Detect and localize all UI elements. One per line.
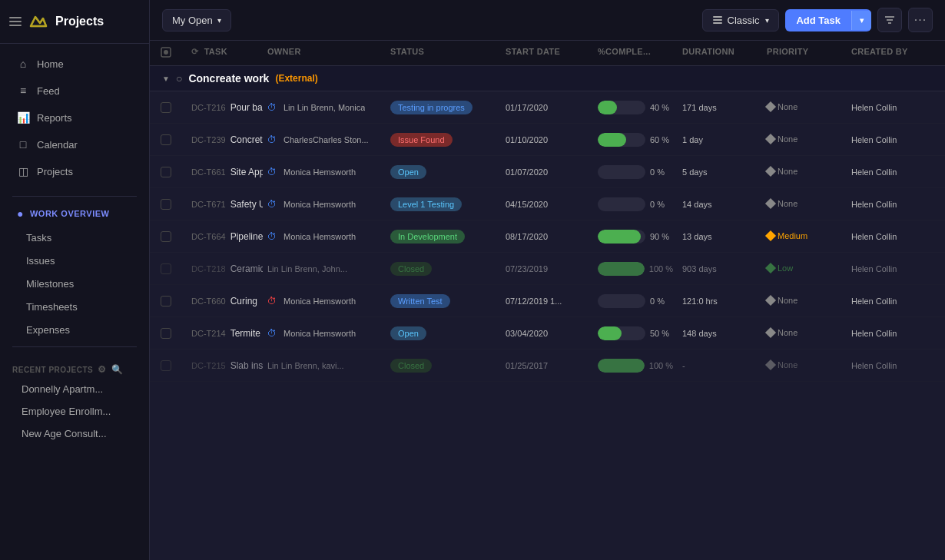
complete-cell: 90 % bbox=[593, 225, 678, 248]
sidebar-item-reports[interactable]: 📊 Reports bbox=[5, 104, 144, 131]
recent-project-newage[interactable]: New Age Consult... bbox=[0, 422, 149, 445]
sidebar-item-calendar[interactable]: □ Calendar bbox=[5, 131, 144, 157]
main-content: My Open ▾ Classic ▾ Add Task ▾ bbox=[150, 0, 945, 560]
task-id: DC-T214 bbox=[191, 329, 226, 338]
table-row[interactable]: DC-T216 Pour basement slabpour bas... ⏱ … bbox=[150, 91, 945, 124]
group-name: Concreate work bbox=[188, 72, 269, 84]
row-checkbox[interactable] bbox=[156, 259, 187, 279]
col-header-status: STATUS bbox=[386, 41, 501, 65]
clock-icon: ⏱ bbox=[267, 102, 277, 113]
status-cell: Open bbox=[386, 322, 501, 345]
feed-icon: ≡ bbox=[17, 84, 29, 97]
task-name: Curing bbox=[230, 296, 257, 307]
task-id: DC-T661 bbox=[191, 167, 226, 177]
created-by-cell: Helen Collin bbox=[847, 131, 939, 149]
progress-fill bbox=[598, 133, 626, 147]
table-row[interactable]: DC-T214 Termite treatment ⏱ Monica Hemsw… bbox=[150, 317, 945, 350]
add-task-button[interactable]: Add Task ▾ bbox=[785, 9, 871, 31]
home-icon: ⌂ bbox=[17, 58, 29, 70]
row-checkbox[interactable] bbox=[156, 356, 187, 376]
row-checkbox[interactable] bbox=[156, 98, 187, 118]
status-cell: Issue Found bbox=[386, 128, 501, 151]
sidebar-item-projects[interactable]: ◫ Projects bbox=[5, 158, 144, 184]
work-overview-items: Tasks Issues Milestones Timesheets Expen… bbox=[0, 226, 149, 342]
progress-fill bbox=[598, 326, 622, 340]
table-row[interactable]: DC-T218 Ceramic Tile Check Lin Lin Brenn… bbox=[150, 253, 945, 285]
created-by-cell: Helen Collin bbox=[847, 292, 939, 310]
classic-view-button[interactable]: Classic ▾ bbox=[702, 9, 780, 31]
owner-cell: ⏱ Lin Lin Brenn, Monica bbox=[263, 98, 386, 118]
clock-icon: ⏱ bbox=[267, 199, 277, 210]
created-by-cell: Helen Collin bbox=[847, 227, 939, 246]
table-row[interactable]: DC-T660 Curing ⏱ Monica Hemsworth Writte… bbox=[150, 285, 945, 317]
add-task-dropdown-icon[interactable]: ▾ bbox=[851, 11, 871, 30]
table-row[interactable]: DC-T671 Safety Unit Check ⏱ Monica Hemsw… bbox=[150, 188, 945, 220]
sidebar-item-home[interactable]: ⌂ Home bbox=[5, 51, 144, 77]
status-cell: Open bbox=[386, 161, 501, 184]
complete-cell: 40 % bbox=[593, 96, 678, 119]
sidebar-item-timesheets[interactable]: Timesheets bbox=[5, 296, 144, 318]
sidebar-item-feed[interactable]: ≡ Feed bbox=[5, 78, 144, 104]
recent-project-donnelly[interactable]: Donnelly Apartm... bbox=[0, 378, 149, 400]
hamburger-icon[interactable] bbox=[9, 17, 22, 26]
sidebar-item-reports-label: Reports bbox=[37, 112, 72, 124]
milestones-label: Milestones bbox=[26, 278, 74, 290]
row-checkbox[interactable] bbox=[156, 227, 187, 247]
section-divider-2 bbox=[12, 346, 137, 347]
task-name: Pour basement slabpour bas... bbox=[230, 102, 263, 113]
filter-button[interactable] bbox=[877, 8, 902, 32]
sidebar-item-tasks[interactable]: Tasks bbox=[5, 227, 144, 249]
work-overview-header[interactable]: ● WORK OVERVIEW bbox=[5, 202, 144, 225]
complete-cell: 0 % bbox=[593, 193, 678, 216]
table-row[interactable]: DC-T664 Pipelines layout ⧉ ⏱ Monica Hems… bbox=[150, 220, 945, 253]
owner-name: Monica Hemsworth bbox=[284, 232, 356, 241]
recent-project-employee[interactable]: Employee Enrollm... bbox=[0, 400, 149, 422]
sidebar-item-issues[interactable]: Issues bbox=[5, 250, 144, 272]
owner-cell: ⏱ CharlesCharles Ston... bbox=[263, 130, 386, 150]
view-selector[interactable]: My Open ▾ bbox=[162, 9, 231, 31]
task-id: DC-T660 bbox=[191, 297, 226, 306]
status-badge: Open bbox=[390, 165, 426, 179]
table-row[interactable]: DC-T661 Site Approval ⏱ Monica Hemsworth… bbox=[150, 156, 945, 188]
priority-diamond-icon bbox=[765, 359, 776, 369]
row-checkbox[interactable] bbox=[156, 291, 187, 311]
sidebar-item-home-label: Home bbox=[37, 58, 64, 70]
sidebar-item-expenses[interactable]: Expenses bbox=[5, 319, 144, 341]
more-button[interactable]: ··· bbox=[908, 8, 933, 32]
row-checkbox[interactable] bbox=[156, 130, 187, 150]
table-row[interactable]: DC-T215 Slab inspection Lin Lin Brenn, k… bbox=[150, 350, 945, 382]
table-row[interactable]: DC-T239 Concrete Mix ⏱ CharlesCharles St… bbox=[150, 124, 945, 156]
task-cell: DC-T664 Pipelines layout ⧉ bbox=[187, 227, 263, 247]
recent-project-newage-label: New Age Consult... bbox=[22, 428, 107, 439]
priority-label: Low bbox=[778, 263, 793, 273]
progress-track bbox=[598, 359, 645, 373]
duration-cell: 5 days bbox=[678, 163, 762, 181]
task-cell: DC-T218 Ceramic Tile Check bbox=[187, 259, 263, 279]
task-id: DC-T664 bbox=[191, 232, 226, 241]
progress-fill bbox=[598, 230, 641, 244]
sidebar-item-milestones[interactable]: Milestones bbox=[5, 273, 144, 295]
clock-icon: ⏱ bbox=[267, 328, 277, 339]
percent-label: 50 % bbox=[650, 329, 673, 338]
row-checkbox[interactable] bbox=[156, 194, 187, 214]
row-checkbox[interactable] bbox=[156, 323, 187, 343]
created-by-cell: Helen Collin bbox=[847, 195, 939, 214]
col-header-startdate: Start Date bbox=[501, 41, 593, 65]
owner-name: Monica Hemsworth bbox=[284, 167, 356, 177]
col-header-owner: OWNER bbox=[263, 41, 386, 65]
tasks-label: Tasks bbox=[26, 232, 51, 244]
owner-name: Lin Lin Brenn, John... bbox=[267, 264, 347, 273]
priority-cell: None bbox=[762, 356, 847, 376]
duration-cell: 13 days bbox=[678, 227, 762, 246]
owner-name: CharlesCharles Ston... bbox=[284, 135, 369, 144]
group-expand-icon[interactable]: ▼ bbox=[162, 75, 170, 83]
topbar: My Open ▾ Classic ▾ Add Task ▾ bbox=[150, 0, 945, 41]
row-checkbox[interactable] bbox=[156, 162, 187, 182]
logo-icon bbox=[28, 11, 49, 32]
status-badge: Written Test bbox=[390, 294, 450, 308]
svg-point-9 bbox=[164, 50, 168, 55]
percent-label: 0 % bbox=[650, 200, 673, 209]
owner-cell: ⏱ Monica Hemsworth bbox=[263, 323, 386, 343]
col-header-priority: PRIORITY bbox=[762, 41, 847, 65]
svg-marker-1 bbox=[31, 17, 46, 26]
